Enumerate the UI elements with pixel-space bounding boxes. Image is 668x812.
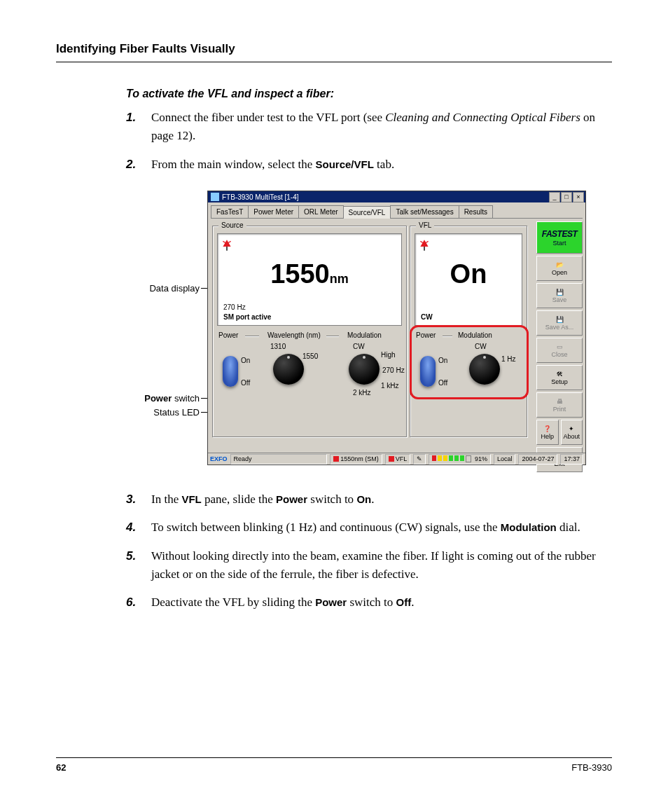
about-button[interactable]: ✦About <box>561 420 583 445</box>
source-wavelength-value: 1550 <box>270 259 330 289</box>
step-number: 5. <box>126 547 151 584</box>
vfl-mode: CW <box>421 313 433 321</box>
callout-status-led: Status LED <box>56 407 200 418</box>
step: 3.In the VFL pane, slide the Power switc… <box>126 490 612 509</box>
step-text: In the VFL pane, slide the Power switch … <box>151 490 612 509</box>
status-bar: EXFO Ready 1550nm (SM) VFL ✎ 91% <box>208 453 585 465</box>
step-number: 1. <box>126 109 151 146</box>
brand-label: EXFO <box>210 455 228 462</box>
save-icon: 💾 <box>556 289 564 296</box>
label-wavelength: Wavelength (nm) <box>267 331 321 339</box>
source-freq: 270 Hz <box>223 303 246 311</box>
svg-line-6 <box>420 241 423 242</box>
maximize-button[interactable]: □ <box>561 192 572 202</box>
source-legend: Source <box>218 221 246 229</box>
help-icon: ❓ <box>543 425 551 432</box>
print-button[interactable]: 🖶Print <box>536 392 583 418</box>
label-1550: 1550 <box>302 352 318 360</box>
page-footer: 62 FTB-3930 <box>56 757 612 773</box>
vfl-legend: VFL <box>416 221 434 229</box>
label-270hz: 270 Hz <box>382 366 405 374</box>
step-number: 4. <box>126 518 151 537</box>
label-off: Off <box>241 379 250 387</box>
open-button[interactable]: 📂Open <box>536 256 583 281</box>
tab-orl-meter[interactable]: ORL Meter <box>298 205 344 218</box>
step: 4.To switch between blinking (1 Hz) and … <box>126 518 612 537</box>
app-icon <box>211 193 219 201</box>
fastest-start-button[interactable]: FASTEST Start <box>536 221 583 254</box>
label-power: Power <box>218 331 238 339</box>
app-window: FTB-3930 MultiTest [1-4] _ □ × FasTesTPo… <box>207 191 586 465</box>
tab-talk-set-messages[interactable]: Talk set/Messages <box>390 205 459 218</box>
label-1310: 1310 <box>270 343 286 350</box>
label-2khz: 2 kHz <box>353 389 371 397</box>
window-title: FTB-3930 MultiTest [1-4] <box>222 193 298 201</box>
callout-power-switch: Power switch <box>56 393 200 404</box>
vfl-state-value: On <box>415 259 522 289</box>
setup-button[interactable]: 🛠Setup <box>536 365 583 390</box>
svg-line-7 <box>426 241 429 242</box>
screenshot-figure: Data display Power switch Status LED FTB… <box>56 191 612 471</box>
laser-icon <box>222 238 232 252</box>
step-number: 3. <box>126 490 151 509</box>
status-ready: Ready <box>230 454 328 465</box>
step-text: Connect the fiber under test to the VFL … <box>151 109 612 146</box>
source-power-switch[interactable] <box>223 356 238 387</box>
source-group: Source 1550nm 270 Hz SM port active Powe… <box>212 226 407 437</box>
source-port-status: SM port active <box>223 313 271 321</box>
sidebar: FASTEST Start 📂Open 💾Save 💾Save As... ▭C… <box>536 221 583 472</box>
step-number: 6. <box>126 593 151 612</box>
callout-data-display: Data display <box>56 283 200 294</box>
tab-results[interactable]: Results <box>459 205 493 218</box>
save-button[interactable]: 💾Save <box>536 283 583 308</box>
about-icon: ✦ <box>569 425 574 432</box>
tab-bar: FasTesTPower MeterORL MeterSource/VFLTal… <box>211 205 583 219</box>
status-vfl: VFL <box>385 454 411 465</box>
source-display: 1550nm 270 Hz SM port active <box>217 233 402 326</box>
save-as-button[interactable]: 💾Save As... <box>536 310 583 336</box>
close-button[interactable]: ▭Close <box>536 338 583 363</box>
close-button[interactable]: × <box>573 192 584 202</box>
label-cw: CW <box>353 343 365 350</box>
step-text: Deactivate the VFL by sliding the Power … <box>151 593 612 612</box>
source-wavelength-unit: nm <box>330 272 349 286</box>
vfl-display: On CW <box>415 233 522 326</box>
tools-icon: 🛠 <box>557 371 563 378</box>
help-button[interactable]: ❓Help <box>536 420 559 445</box>
wavelength-knob[interactable] <box>273 354 304 385</box>
status-mode: Local <box>494 454 516 465</box>
svg-marker-0 <box>223 240 230 247</box>
status-battery: 91% <box>429 454 491 465</box>
status-date: 2004-07-27 <box>518 454 557 465</box>
step-text: Without looking directly into the beam, … <box>151 547 612 584</box>
step-text: To switch between blinking (1 Hz) and co… <box>151 518 612 537</box>
step: 2.From the main window, select the Sourc… <box>126 156 612 174</box>
save-icon: 💾 <box>556 316 564 323</box>
step: 6.Deactivate the VFL by sliding the Powe… <box>126 593 612 612</box>
label-high: High <box>381 351 396 359</box>
status-indicator-icon: ✎ <box>413 454 426 465</box>
tab-source-vfl[interactable]: Source/VFL <box>343 206 391 219</box>
step-text: From the main window, select the Source/… <box>151 156 612 174</box>
tab-fastest[interactable]: FasTesT <box>211 205 249 218</box>
laser-icon <box>419 238 429 252</box>
svg-line-3 <box>228 241 231 242</box>
svg-marker-4 <box>420 240 428 247</box>
step-number: 2. <box>126 156 151 174</box>
folder-open-icon: 📂 <box>556 261 564 268</box>
model-number: FTB-3930 <box>571 762 612 773</box>
minimize-button[interactable]: _ <box>549 192 560 202</box>
status-time: 17:37 <box>560 454 583 465</box>
tab-power-meter[interactable]: Power Meter <box>248 205 299 218</box>
status-source: 1550nm (SM) <box>330 454 382 465</box>
step: 5.Without looking directly into the beam… <box>126 547 612 584</box>
header-rule <box>56 62 612 62</box>
label-1khz: 1 kHz <box>381 382 399 390</box>
label-on: On <box>241 357 250 364</box>
page-header: Identifying Fiber Faults Visually <box>56 42 612 56</box>
titlebar: FTB-3930 MultiTest [1-4] _ □ × <box>208 191 585 202</box>
step: 1.Connect the fiber under test to the VF… <box>126 109 612 146</box>
print-icon: 🖶 <box>557 398 563 405</box>
svg-line-2 <box>223 241 225 242</box>
source-modulation-knob[interactable] <box>349 354 380 385</box>
